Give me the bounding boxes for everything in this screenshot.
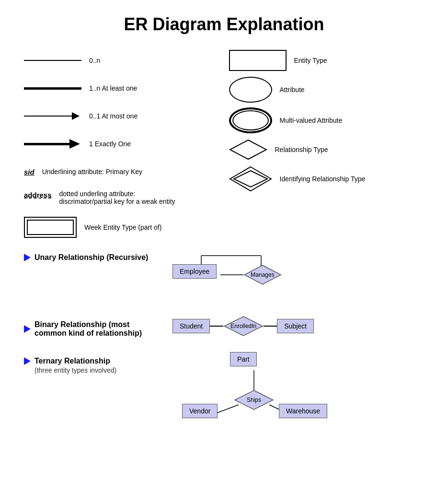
sid-label: Underlining attribute: Primary Key	[42, 168, 142, 176]
unary-title: Unary Relationship (Recursive)	[24, 253, 158, 262]
subject-node: Subject	[277, 319, 314, 333]
bullet-triangle-icon	[24, 254, 31, 261]
address-label-block: dotted underling attribute: discrimator/…	[59, 190, 175, 205]
ternary-part-entity: Part	[230, 352, 257, 366]
warehouse-node: Warehouse	[279, 404, 327, 418]
thick-line-symbol	[24, 87, 81, 90]
legend-row-sid: sid Underlining attribute: Primary Key	[24, 160, 219, 183]
legend-row-entity-type: Entity Type	[229, 49, 425, 72]
unary-employee-entity: Employee	[172, 264, 217, 279]
attribute-label: Attribute	[280, 86, 305, 94]
arrow-head-thick	[69, 139, 80, 149]
legend-row-exactly-one: 1 Exactly One	[24, 132, 219, 155]
diagrams-section: Unary Relationship (Recursive) Employee	[19, 248, 429, 438]
weak-entity-label: Week Entity Type (part of)	[84, 223, 161, 231]
legend-row-weak-entity: Week Entity Type (part of)	[24, 216, 219, 239]
unary-diagram: Employee Manages	[172, 248, 297, 301]
legend-row-identifying-rel: Identifying Relationship Type	[229, 166, 425, 192]
one-n-label: 1..n At least one	[89, 84, 137, 92]
unary-title-text: Unary Relationship (Recursive)	[34, 253, 148, 262]
legend-row-attribute: Attribute	[229, 77, 425, 103]
ternary-warehouse-entity: Warehouse	[279, 404, 327, 418]
entity-type-label: Entity Type	[294, 57, 327, 64]
page-title: ER Diagram Explanation	[19, 10, 429, 35]
legend-row-zero-one: 0..1 At most one	[24, 105, 219, 128]
weak-entity-symbol	[24, 217, 77, 238]
enrolledin-label: EnrolledIn	[230, 323, 256, 329]
multivalued-symbol	[229, 107, 272, 133]
binary-line-2	[264, 326, 277, 327]
ternary-diagram-row: Ternary Relationship (three entity types…	[24, 352, 424, 438]
thin-arrow-symbol	[24, 112, 81, 120]
exactly-one-label: 1 Exactly One	[89, 140, 131, 148]
thin-line-symbol	[24, 60, 81, 61]
address-label-2: discrimator/partial key for a weak entit…	[59, 198, 175, 205]
legend-left: 0..n 1..n At least one 0..1 At most one …	[19, 49, 224, 239]
binary-diagram-row: Binary Relationship (most common kind of…	[24, 316, 424, 338]
legend-row-one-n: 1..n At least one	[24, 77, 219, 100]
employee-node: Employee	[172, 264, 217, 279]
sid-symbol: sid	[24, 168, 34, 176]
binary-line-1	[210, 326, 223, 327]
ships-diamond: Ships	[234, 389, 274, 411]
ternary-subtitle: (three entity types involved)	[34, 366, 158, 374]
legend-row-zero-n: 0..n	[24, 49, 219, 72]
arrow-head	[72, 112, 80, 120]
legend-section: 0..n 1..n At least one 0..1 At most one …	[19, 49, 429, 239]
legend-row-multivalued: Multi-valued Attribute	[229, 107, 425, 133]
address-symbol: address	[24, 191, 52, 199]
bullet-triangle-binary-icon	[24, 325, 31, 333]
vendor-node: Vendor	[182, 404, 218, 418]
unary-label: Unary Relationship (Recursive)	[24, 248, 158, 262]
legend-row-address: address dotted underling attribute: disc…	[24, 188, 219, 211]
ships-label: Ships	[247, 397, 261, 403]
bullet-triangle-ternary-icon	[24, 357, 31, 365]
zero-one-label: 0..1 At most one	[89, 112, 138, 120]
binary-title: Binary Relationship (most common kind of…	[24, 320, 158, 338]
ternary-title: Ternary Relationship	[24, 357, 158, 365]
ternary-ships-diamond: Ships	[234, 389, 274, 412]
ternary-label: Ternary Relationship (three entity types…	[24, 352, 158, 374]
zero-n-label: 0..n	[89, 57, 100, 64]
thick-arrow-symbol	[24, 139, 81, 149]
manages-label: Manages	[251, 271, 274, 278]
ternary-title-text: Ternary Relationship	[34, 357, 110, 365]
entity-type-symbol	[229, 50, 287, 71]
enrolledin-diamond: EnrolledIn	[223, 316, 264, 337]
line-part	[24, 116, 72, 117]
binary-label: Binary Relationship (most common kind of…	[24, 316, 158, 338]
legend-right: Entity Type Attribute Multi-valued Attri…	[224, 49, 429, 239]
student-node: Student	[172, 319, 210, 333]
identifying-rel-symbol	[229, 166, 272, 192]
part-node: Part	[230, 352, 257, 366]
line-part-thick	[24, 143, 69, 145]
identifying-rel-label: Identifying Relationship Type	[280, 175, 366, 183]
svg-marker-0	[230, 140, 266, 159]
manages-diamond: Manages	[243, 264, 282, 285]
binary-title-text: Binary Relationship (most common kind of…	[34, 320, 158, 338]
relationship-symbol	[229, 139, 267, 160]
ternary-vendor-entity: Vendor	[182, 404, 218, 418]
binary-diagram: Student EnrolledIn Subject	[172, 316, 314, 337]
relationship-label: Relationship Type	[275, 146, 328, 153]
legend-row-relationship: Relationship Type	[229, 138, 425, 161]
attribute-symbol	[229, 77, 272, 103]
unary-manages-diamond: Manages	[243, 264, 282, 287]
multivalued-label: Multi-valued Attribute	[280, 117, 343, 124]
address-label-1: dotted underling attribute:	[59, 190, 175, 198]
unary-diagram-row: Unary Relationship (Recursive) Employee	[24, 248, 424, 301]
ternary-diagram: Part Vendor Ships Warehouse	[172, 352, 326, 438]
